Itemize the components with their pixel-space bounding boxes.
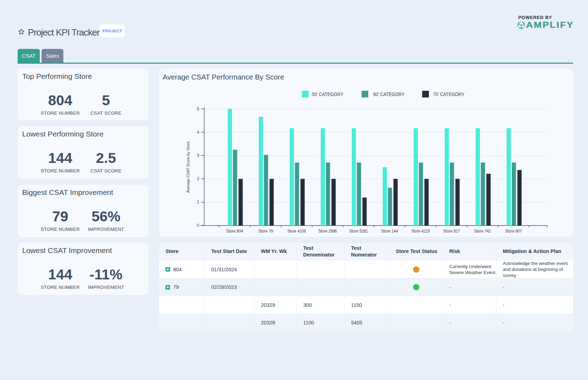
svg-text:Store 5261: Store 5261 (349, 229, 368, 234)
svg-text:Store 4108: Store 4108 (287, 229, 306, 234)
svg-text:Store 144: Store 144 (381, 229, 398, 234)
svg-text:50’ CATEGORY: 50’ CATEGORY (312, 91, 344, 97)
svg-text:Store 742: Store 742 (474, 229, 491, 234)
svg-text:5: 5 (197, 107, 199, 112)
svg-text:0: 0 (197, 223, 199, 228)
svg-text:3: 3 (197, 153, 199, 158)
svg-text:Store 807: Store 807 (505, 229, 522, 234)
svg-text:60’ CATEGORY: 60’ CATEGORY (373, 91, 405, 97)
svg-text:Store 79: Store 79 (258, 229, 273, 234)
svg-text:Average CSAT Performance By Sc: Average CSAT Performance By Score (163, 73, 284, 81)
svg-text:Store 804: Store 804 (226, 229, 243, 234)
svg-text:Average CSAT Score by Store: Average CSAT Score by Store (186, 141, 190, 193)
svg-text:Store 2886: Store 2886 (318, 229, 337, 234)
svg-text:Store 4219: Store 4219 (411, 229, 430, 234)
svg-text:2: 2 (197, 176, 199, 181)
svg-text:Store 827: Store 827 (443, 229, 460, 234)
svg-text:70’ CATEGORY: 70’ CATEGORY (433, 91, 465, 97)
svg-text:4: 4 (197, 130, 199, 135)
svg-text:1: 1 (197, 200, 199, 204)
